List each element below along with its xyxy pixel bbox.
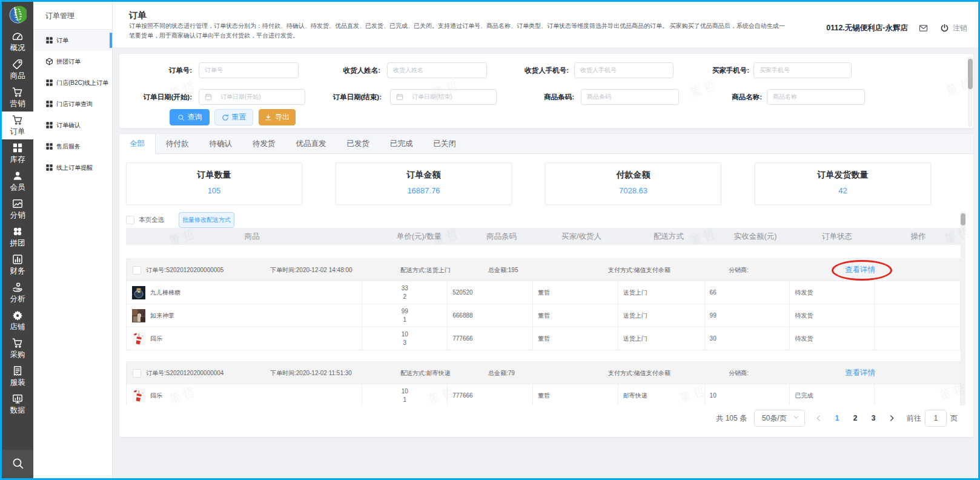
tab-pending-confirm[interactable]: 待确认 [199,134,243,154]
account-bar: 0112.无锡便利店-永辉店 注销 [826,24,967,33]
product-thumbnail-cola [132,332,145,345]
prev-page-button[interactable] [810,415,828,422]
view-detail-link[interactable]: 查看详情 [845,368,875,378]
tab-pending-payment[interactable]: 待付款 [156,134,199,154]
sidebar-item-finance[interactable]: 财务 [2,251,33,279]
search-button[interactable]: 查询 [170,109,210,125]
order-order_no: 订单号:S2020120200000004 [146,362,223,384]
tab-completed[interactable]: 已完成 [380,134,423,154]
sidebar-item-group-buy[interactable]: 拼团 [2,223,33,251]
stat-cards: 订单数量105订单金额16887.76付款金额7028.63订单发货数量42 [126,162,931,205]
stat-title: 付款金额 [546,170,721,181]
tab-pending-ship[interactable]: 待发货 [242,134,286,154]
export-button[interactable]: 导出 [259,109,296,125]
column-header-price-qty: 单价(元)/数量 [397,228,442,245]
sidebar-item-distribution[interactable]: 分销 [2,195,33,223]
product-thumbnail-cola [132,389,145,402]
submenu-item-after-sales[interactable]: 售后服务 [33,136,112,157]
account-name: 0112.无锡便利店-永辉店 [826,23,908,33]
orders-panel: 全部待付款待确认待发货优品直发已发货已完成已关闭 订单数量105订单金额1688… [119,133,974,438]
buyer-phone-input[interactable]: 买家手机号 [753,62,852,78]
sidebar-item-data[interactable]: 数据 [2,390,33,418]
button-label: 重置 [232,112,247,122]
tab-premium-direct[interactable]: 优品直发 [286,134,337,154]
order-checkbox[interactable] [133,266,141,275]
monitor-icon [12,393,23,404]
order-date-start-input[interactable]: 订单日期(开始) [199,89,305,105]
sidebar-item-overview[interactable]: 概况 [2,28,33,56]
orders-table: 商品单价(元)/数量商品条码买家/收货人配送方式实收金额(元)订单状态操作 订单… [126,228,961,405]
stat-value: 42 [755,186,930,195]
table-header-row: 商品单价(元)/数量商品条码买家/收货人配送方式实收金额(元)订单状态操作 [126,228,961,245]
operation-cell [875,384,960,405]
item-qty: 2 [403,293,407,301]
sidebar-item-members[interactable]: 会员 [2,167,33,195]
order-no-input[interactable]: 订单号 [199,62,299,78]
submenu-item-store-b2c-online-orders[interactable]: 门店(B2C)线上订单 [33,72,112,93]
sidebar-item-label: 采购 [10,350,25,360]
select-all-label: 本页全选 [139,216,164,224]
sidebar-item-orders[interactable]: 订单 [2,112,33,139]
tab-shipped[interactable]: 已发货 [337,134,380,154]
filter-scrollbar-thumb[interactable] [968,59,973,89]
product-name: 如来神掌 [150,312,174,320]
column-header-barcode: 商品条码 [486,228,517,245]
next-page-button[interactable] [882,415,901,422]
sidebar-item-shop[interactable]: 店铺 [2,307,33,335]
filter-label: 订单号: [169,62,192,78]
filter-field-label: 买家手机号: [712,66,749,75]
order-order_time: 下单时间:2020-12-02 14:48:00 [270,259,353,281]
sidebar-item-products[interactable]: 商品 [2,56,33,84]
stat-title: 订单数量 [127,170,302,181]
input-placeholder: 订单日期(结束) [412,93,452,101]
sidebar-item-marketing[interactable]: 营销 [2,84,33,112]
hand-coin-icon [12,282,23,293]
tab-all[interactable]: 全部 [119,134,156,154]
table-scrollbar-thumb[interactable] [961,213,965,225]
sidebar-item-analysis[interactable]: 分析 [2,279,33,307]
order-block: 订单号:S2020120200000004下单时间:2020-12-02 11:… [126,361,961,405]
order-checkbox-wrap [133,259,141,281]
order-checkbox[interactable] [133,369,141,378]
list-toolbar: 本页全选 批量修改配送方式 [126,212,234,228]
amount-cell: 99 [705,304,790,327]
consignee-phone-input[interactable]: 收货人手机号 [574,62,674,78]
barcode-input[interactable]: 商品条码 [581,89,679,105]
mail-icon[interactable] [919,24,928,33]
price-qty-cell: 101 [362,384,448,405]
operation-cell [875,327,960,350]
logout-button[interactable]: 注销 [953,23,967,33]
filter-label: 订单日期(开始): [144,89,193,105]
page-number-2[interactable]: 2 [846,414,864,422]
select-all-checkbox[interactable] [126,216,134,224]
reset-button[interactable]: 重置 [214,109,253,125]
sidebar-search-button[interactable] [2,450,33,478]
submenu-item-online-order-reminder[interactable]: 线上订单提醒 [33,157,112,178]
view-detail-link[interactable]: 查看详情 [845,265,875,275]
stat-card-paid-amount: 付款金额7028.63 [545,162,721,205]
page-number-3[interactable]: 3 [864,414,882,422]
sidebar-item-apparel[interactable]: 服装 [2,362,33,390]
submenu-item-group-orders[interactable]: 拼团订单 [33,51,112,72]
page-size-select[interactable]: 50条/页 [754,410,805,427]
order-date-end-input[interactable]: 订单日期(结束) [390,89,497,105]
barcode-cell: 520520 [448,281,533,304]
submenu-item-store-order-query[interactable]: 门店订单查询 [33,93,112,115]
consignee-name-input[interactable]: 收货人姓名 [387,62,487,78]
column-header-product: 商品 [245,228,260,245]
submenu-item-label: 线上订单提醒 [56,164,93,172]
page-number-1[interactable]: 1 [828,414,846,422]
product-name-input[interactable]: 商品名称 [767,89,865,105]
submenu-item-order-confirm[interactable]: 订单确认 [33,115,112,136]
filter-field-label: 收货人姓名: [343,66,380,75]
sidebar-item-inventory[interactable]: 库存 [2,139,33,167]
app-logo[interactable] [2,2,33,24]
chart-photo-icon [12,198,23,209]
order-block: 订单号:S2020120200000005下单时间:2020-12-02 14:… [126,258,961,350]
batch-edit-delivery-button[interactable]: 批量修改配送方式 [179,212,234,228]
power-icon[interactable] [940,24,949,33]
submenu-item-orders[interactable]: 订单 [33,30,112,51]
goto-page-input[interactable]: 1 [925,410,947,427]
tab-closed[interactable]: 已关闭 [423,134,467,154]
sidebar-item-purchase[interactable]: 采购 [2,335,33,362]
